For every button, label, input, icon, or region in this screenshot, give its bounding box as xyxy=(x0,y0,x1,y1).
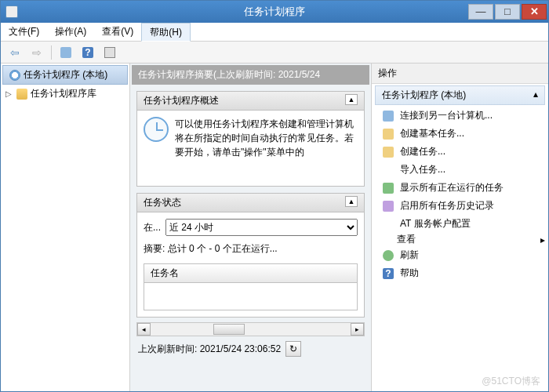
properties-icon xyxy=(104,47,115,58)
action-at-service[interactable]: AT 服务帐户配置 xyxy=(375,215,545,233)
import-icon xyxy=(383,165,394,176)
arrow-left-icon: ⇦ xyxy=(10,46,20,59)
tree-library[interactable]: ▷ 任务计划程序库 xyxy=(2,85,128,103)
history-icon xyxy=(383,201,394,212)
window-title: 任务计划程序 xyxy=(244,5,305,19)
collapse-status-button[interactable]: ▲ xyxy=(345,196,358,207)
menu-help[interactable]: 帮助(H) xyxy=(141,23,191,42)
action-refresh[interactable]: 刷新 xyxy=(375,246,545,264)
toolbar-btn-1[interactable] xyxy=(56,44,75,61)
menu-view[interactable]: 查看(V) xyxy=(94,23,141,41)
at-service-icon xyxy=(383,219,394,230)
action-create-task[interactable]: 创建任务... xyxy=(375,143,545,161)
action-enable-history[interactable]: 启用所有任务历史记录 xyxy=(375,197,545,215)
status-panel: 任务状态 ▲ 在... 近 24 小时 摘要: 总计 0 个 - 0 个正在运行… xyxy=(136,193,365,318)
folder-icon xyxy=(16,89,27,100)
tree-root-label: 任务计划程序 (本地) xyxy=(24,68,107,82)
nav-forward-button[interactable]: ⇨ xyxy=(27,44,46,61)
menu-file[interactable]: 文件(F) xyxy=(1,23,47,41)
scroll-left-icon[interactable]: ◂ xyxy=(137,323,151,336)
status-label: 在... xyxy=(144,221,161,234)
overview-title: 任务计划程序概述 xyxy=(144,94,219,107)
minimize-button[interactable]: — xyxy=(468,4,493,20)
help-icon: ? xyxy=(383,268,394,279)
arrow-right-icon: ⇨ xyxy=(32,46,42,59)
maximize-button[interactable]: □ xyxy=(495,4,520,20)
summary-header: 任务计划程序摘要(上次刷新时间: 2021/5/24 xyxy=(132,65,369,85)
status-period-select[interactable]: 近 24 小时 xyxy=(165,219,358,236)
scroll-right-icon[interactable]: ▸ xyxy=(351,323,364,336)
horizontal-scrollbar[interactable]: ◂ ▸ xyxy=(136,322,365,336)
last-refresh-text: 上次刷新时间: 2021/5/24 23:06:52 xyxy=(138,343,281,356)
actions-pane: 操作 任务计划程序 (本地) ▴ 连接到另一台计算机... 创建基本任务... … xyxy=(372,64,548,392)
summary-panel: 任务计划程序摘要(上次刷新时间: 2021/5/24 任务计划程序概述 ▲ 可以… xyxy=(130,64,372,392)
toolbar-btn-3[interactable] xyxy=(100,44,119,61)
scroll-thumb[interactable] xyxy=(213,324,245,335)
chevron-up-icon: ▴ xyxy=(533,89,538,102)
action-show-running[interactable]: 显示所有正在运行的任务 xyxy=(375,179,545,197)
tree-library-label: 任务计划程序库 xyxy=(31,87,96,100)
chevron-right-icon: ▸ xyxy=(540,234,545,245)
nav-back-button[interactable]: ⇦ xyxy=(5,44,24,61)
action-import[interactable]: 导入任务... xyxy=(375,161,545,179)
create-basic-icon xyxy=(383,129,394,140)
actions-header: 操作 xyxy=(372,64,548,84)
action-help[interactable]: ?帮助 xyxy=(375,264,545,282)
create-task-icon xyxy=(383,147,394,158)
running-icon xyxy=(383,183,394,194)
task-table: 任务名 xyxy=(144,263,358,310)
connect-icon xyxy=(60,47,71,58)
task-name-column[interactable]: 任务名 xyxy=(144,264,357,283)
actions-section-title[interactable]: 任务计划程序 (本地) ▴ xyxy=(375,85,545,105)
refresh-summary-button[interactable]: ↻ xyxy=(285,341,301,357)
action-connect[interactable]: 连接到另一台计算机... xyxy=(375,107,545,125)
collapse-overview-button[interactable]: ▲ xyxy=(345,94,358,105)
action-create-basic[interactable]: 创建基本任务... xyxy=(375,125,545,143)
toolbar-btn-2[interactable]: ? xyxy=(78,44,97,61)
toolbar-separator xyxy=(51,45,52,60)
refresh-icon xyxy=(383,250,394,261)
tree-root[interactable]: 任务计划程序 (本地) xyxy=(2,65,128,85)
action-view[interactable]: 查看▸ xyxy=(375,233,545,246)
status-title: 任务状态 xyxy=(144,196,181,209)
close-button[interactable]: ✕ xyxy=(522,4,547,20)
app-icon xyxy=(5,5,18,18)
expand-toggle-icon[interactable]: ▷ xyxy=(5,89,12,98)
clock-icon xyxy=(9,70,20,81)
tree-panel: 任务计划程序 (本地) ▷ 任务计划程序库 xyxy=(1,64,130,392)
overview-text: 可以使用任务计划程序来创建和管理计算机将在所指定的时间自动执行的常见任务。若要开… xyxy=(175,117,358,180)
connect-icon xyxy=(383,111,394,122)
status-summary: 摘要: 总计 0 个 - 0 个正在运行... xyxy=(144,242,358,256)
watermark: @51CTO博客 xyxy=(482,375,540,388)
overview-panel: 任务计划程序概述 ▲ 可以使用任务计划程序来创建和管理计算机将在所指定的时间自动… xyxy=(136,91,365,187)
menu-action[interactable]: 操作(A) xyxy=(47,23,94,41)
overview-clock-icon xyxy=(144,117,169,142)
help-icon: ? xyxy=(82,47,93,58)
